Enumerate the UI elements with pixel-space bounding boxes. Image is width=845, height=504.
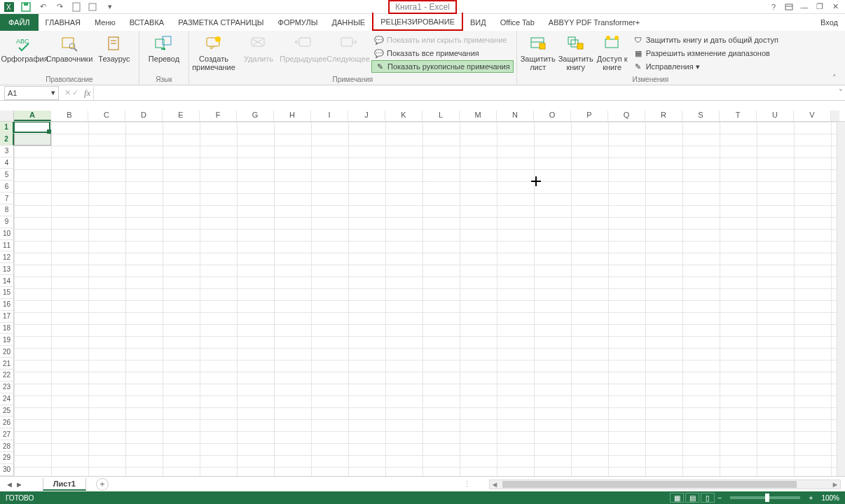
col-header-F[interactable]: F — [200, 111, 237, 121]
col-header-E[interactable]: E — [163, 111, 200, 121]
row-header-18[interactable]: 18 — [0, 323, 14, 335]
qat-customize-icon[interactable]: ▾ — [102, 1, 118, 13]
tab-review[interactable]: РЕЦЕНЗИРОВАНИЕ — [372, 13, 463, 31]
col-header-T[interactable]: T — [720, 111, 757, 121]
redo-icon[interactable]: ↷ — [52, 1, 67, 13]
tab-view[interactable]: ВИД — [463, 14, 493, 31]
track-changes-button[interactable]: ✎Исправления ▾ — [631, 60, 781, 73]
undo-icon[interactable]: ↶ — [35, 1, 50, 13]
zoom-level[interactable]: 100% — [821, 494, 839, 502]
row-header-9[interactable]: 9 — [0, 216, 14, 228]
col-header-L[interactable]: L — [422, 111, 460, 121]
row-header-4[interactable]: 4 — [0, 158, 14, 169]
col-header-V[interactable]: V — [794, 111, 831, 121]
row-header-17[interactable]: 17 — [0, 311, 14, 323]
row-header-23[interactable]: 23 — [0, 382, 14, 393]
new-doc-dropdown-icon[interactable] — [85, 1, 101, 13]
row-header-13[interactable]: 13 — [0, 263, 14, 275]
name-box[interactable]: A1▾ — [4, 86, 59, 100]
col-header-H[interactable]: H — [274, 111, 311, 121]
row-header-12[interactable]: 12 — [0, 251, 14, 263]
expand-formula-bar-icon[interactable]: ˅ — [837, 88, 845, 97]
tab-insert[interactable]: ВСТАВКА — [123, 14, 171, 31]
col-header-D[interactable]: D — [125, 111, 163, 121]
protect-sheet-button[interactable]: Защитить лист — [520, 32, 556, 71]
select-all-corner[interactable] — [0, 111, 14, 121]
close-icon[interactable]: ✕ — [828, 1, 842, 13]
tab-home[interactable]: ГЛАВНАЯ — [39, 14, 88, 31]
col-header-N[interactable]: N — [497, 111, 534, 121]
thesaurus-button[interactable]: Тезаурус — [92, 32, 136, 63]
row-header-27[interactable]: 27 — [0, 428, 14, 440]
sign-in-link[interactable]: Вход — [813, 14, 845, 31]
row-header-15[interactable]: 15 — [0, 287, 14, 299]
col-header-G[interactable]: G — [237, 111, 274, 121]
row-header-28[interactable]: 28 — [0, 440, 14, 452]
row-header-20[interactable]: 20 — [0, 346, 14, 358]
tab-formulas[interactable]: ФОРМУЛЫ — [271, 14, 325, 31]
protect-share-button[interactable]: 🛡Защитить книгу и дать общий доступ — [631, 34, 781, 46]
tab-abbyy[interactable]: ABBYY PDF Transformer+ — [542, 14, 647, 31]
col-header-S[interactable]: S — [682, 111, 720, 121]
row-header-29[interactable]: 29 — [0, 452, 14, 464]
row-header-16[interactable]: 16 — [0, 299, 14, 311]
new-comment-button[interactable]: Создать примечание — [192, 32, 235, 71]
normal-view-icon[interactable]: ▦ — [670, 493, 684, 503]
col-header-C[interactable]: C — [88, 111, 125, 121]
active-cell[interactable] — [13, 122, 50, 133]
row-header-6[interactable]: 6 — [0, 181, 14, 192]
col-header-O[interactable]: O — [534, 111, 571, 121]
row-header-7[interactable]: 7 — [0, 192, 14, 204]
tab-data[interactable]: ДАННЫЕ — [324, 14, 372, 31]
row-header-21[interactable]: 21 — [0, 358, 14, 370]
row-header-14[interactable]: 14 — [0, 275, 14, 287]
row-header-19[interactable]: 19 — [0, 334, 14, 346]
col-header-J[interactable]: J — [348, 111, 385, 121]
protect-book-button[interactable]: Защитить книгу — [558, 32, 594, 71]
cells-area[interactable] — [14, 122, 837, 476]
spelling-button[interactable]: ABC Орфография — [3, 32, 46, 63]
ribbon-options-icon[interactable] — [782, 1, 796, 13]
row-header-10[interactable]: 10 — [0, 228, 14, 240]
zoom-slider[interactable] — [730, 496, 800, 499]
tab-pagelayout[interactable]: РАЗМЕТКА СТРАНИЦЫ — [171, 14, 270, 31]
tab-menu[interactable]: Меню — [88, 14, 123, 31]
translate-button[interactable]: Перевод — [142, 32, 186, 63]
research-button[interactable]: Справочники — [48, 32, 91, 63]
sheet-tab-active[interactable]: Лист1 — [43, 478, 86, 491]
zoom-in-button[interactable]: + — [806, 494, 816, 502]
show-all-comments-button[interactable]: 💬Показать все примечания — [371, 47, 514, 59]
col-header-I[interactable]: I — [311, 111, 348, 121]
col-header-Q[interactable]: Q — [608, 111, 645, 121]
vertical-scrollbar[interactable] — [837, 122, 845, 476]
row-header-25[interactable]: 25 — [0, 405, 14, 417]
col-header-M[interactable]: M — [460, 111, 497, 121]
tab-file[interactable]: ФАЙЛ — [0, 14, 39, 31]
minimize-icon[interactable]: — — [797, 1, 811, 13]
row-header-1[interactable]: 1 — [0, 122, 14, 134]
col-header-R[interactable]: R — [645, 111, 682, 121]
row-header-5[interactable]: 5 — [0, 169, 14, 181]
col-header-K[interactable]: K — [385, 111, 422, 121]
fx-icon[interactable]: fx — [81, 88, 93, 99]
show-ink-button[interactable]: ✎Показать рукописные примечания — [371, 60, 514, 73]
row-header-8[interactable]: 8 — [0, 204, 14, 216]
zoom-out-button[interactable]: − — [715, 494, 724, 502]
col-header-U[interactable]: U — [757, 111, 794, 121]
page-layout-view-icon[interactable]: ▤ — [685, 493, 699, 503]
save-icon[interactable] — [18, 1, 34, 13]
row-header-26[interactable]: 26 — [0, 416, 14, 428]
row-header-3[interactable]: 3 — [0, 146, 14, 158]
row-header-2[interactable]: 2 — [0, 134, 14, 146]
tab-officetab[interactable]: Office Tab — [493, 14, 542, 31]
page-break-view-icon[interactable]: ▯ — [701, 493, 715, 503]
row-header-11[interactable]: 11 — [0, 240, 14, 252]
add-sheet-button[interactable]: + — [96, 478, 109, 491]
row-header-30[interactable]: 30 — [0, 464, 14, 476]
col-header-P[interactable]: P — [571, 111, 608, 121]
col-header-B[interactable]: B — [51, 111, 88, 121]
row-header-24[interactable]: 24 — [0, 393, 14, 405]
excel-app-icon[interactable]: X — [1, 1, 17, 13]
collapse-ribbon-icon[interactable]: ˄ — [832, 74, 842, 83]
allow-ranges-button[interactable]: ▦Разрешить изменение диапазонов — [631, 47, 781, 59]
